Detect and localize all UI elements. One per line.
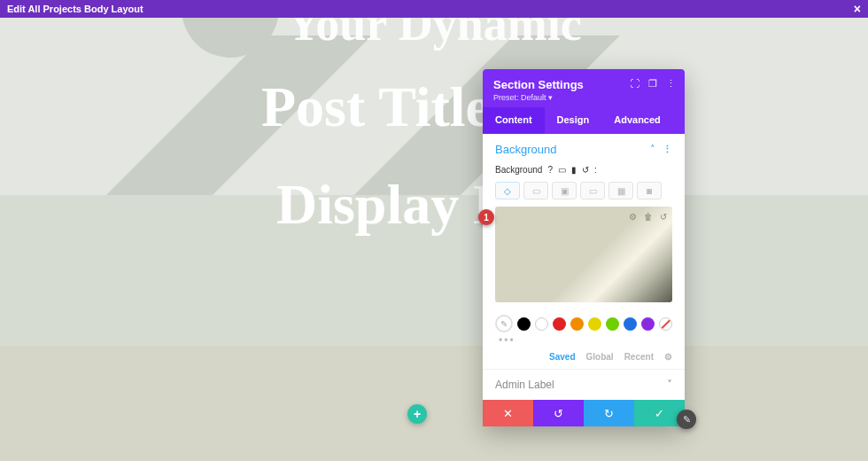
background-preview[interactable]: ⚙ 🗑 ↺ — [495, 207, 672, 302]
redo-button[interactable]: ↻ — [584, 400, 634, 426]
admin-label-row[interactable]: Admin Label ˅ — [483, 369, 685, 400]
background-option-label: Background — [495, 165, 542, 175]
preset-dropdown[interactable]: Preset: Default ▾ — [493, 93, 674, 102]
bg-type-video[interactable]: ▭ — [580, 182, 605, 199]
editor-title: Edit All Projects Body Layout — [7, 4, 143, 14]
help-icon[interactable]: ? — [547, 165, 553, 175]
add-module-button[interactable]: + — [407, 404, 427, 424]
preview-delete-icon[interactable]: 🗑 — [644, 212, 653, 222]
preview-settings-icon[interactable]: ⚙ — [629, 212, 637, 222]
background-type-row: ◇ ▭ ▣ ▭ ▦ ◙ — [483, 180, 685, 207]
section-settings-panel: Section Settings Preset: Default ▾ ⛶ ❐ ⋮… — [483, 69, 685, 426]
swatch-white[interactable] — [535, 317, 548, 331]
reset-icon[interactable]: ↺ — [582, 165, 589, 175]
tab-design[interactable]: Design — [545, 107, 602, 134]
bg-type-color[interactable]: ◇ — [495, 182, 520, 199]
swatch-green[interactable] — [606, 317, 619, 331]
swatch-yellow[interactable] — [588, 317, 601, 331]
undo-button[interactable]: ↺ — [533, 400, 584, 426]
background-option-row: Background ? ▭ ▮ ↺ : — [483, 161, 685, 180]
admin-label-text: Admin Label — [495, 379, 554, 391]
opt-more-icon[interactable]: : — [594, 165, 597, 175]
bg-type-pattern[interactable]: ▦ — [608, 182, 633, 199]
bg-type-image[interactable]: ▣ — [552, 182, 577, 199]
hero-title-line-2: Post Title Will — [0, 74, 868, 140]
more-icon[interactable]: ⋮ — [666, 78, 676, 90]
chevron-down-icon[interactable]: ˅ — [667, 379, 672, 391]
eyedropper-button[interactable]: ✎ — [495, 315, 513, 332]
section-more-icon[interactable]: ⋮ — [663, 144, 672, 155]
hero-title-line-1: Your Dynamic — [0, 18, 868, 51]
duplicate-icon[interactable]: ❐ — [648, 78, 657, 90]
palette-settings-icon[interactable]: ⚙ — [664, 352, 672, 362]
swatch-none[interactable] — [659, 317, 672, 331]
section-background-label: Background — [495, 143, 556, 156]
swatch-red[interactable] — [553, 317, 566, 331]
desktop-icon[interactable]: ▭ — [558, 165, 566, 175]
editor-top-bar: Edit All Projects Body Layout × — [0, 0, 868, 18]
color-swatch-row: ✎ — [483, 309, 685, 334]
close-editor-button[interactable]: × — [854, 3, 861, 15]
page-hero: Your Dynamic Post Title Will Display Her… — [0, 18, 868, 346]
floating-edit-button[interactable]: ✎ — [677, 410, 696, 429]
annotation-badge-1: 1 — [478, 209, 494, 225]
panel-tabs: Content Design Advanced — [483, 107, 685, 134]
bg-type-mask[interactable]: ◙ — [637, 182, 662, 199]
section-background-header[interactable]: Background ˄ ⋮ — [483, 134, 685, 161]
swatch-blue[interactable] — [624, 317, 637, 331]
palette-tabs: Saved Global Recent ⚙ — [483, 350, 685, 369]
palette-tab-recent[interactable]: Recent — [624, 352, 654, 362]
palette-tab-global[interactable]: Global — [586, 352, 614, 362]
page-lower-region — [0, 346, 868, 461]
tab-advanced[interactable]: Advanced — [601, 107, 673, 134]
hover-icon[interactable]: ▮ — [571, 165, 577, 175]
palette-tab-saved[interactable]: Saved — [549, 352, 575, 362]
bg-type-gradient[interactable]: ▭ — [523, 182, 548, 199]
cancel-button[interactable]: ✕ — [483, 400, 533, 426]
panel-footer: ✕ ↺ ↻ ✓ — [483, 400, 685, 426]
expand-icon[interactable]: ⛶ — [630, 78, 639, 90]
collapse-icon[interactable]: ˄ — [650, 144, 655, 155]
preview-reset-icon[interactable]: ↺ — [660, 212, 667, 222]
swatch-orange[interactable] — [570, 317, 584, 331]
swatch-purple[interactable] — [641, 317, 655, 331]
more-swatches-icon[interactable]: ••• — [483, 334, 685, 350]
background-preview-container: ⚙ 🗑 ↺ — [483, 207, 685, 309]
hero-title-line-3: Display Here — [0, 172, 868, 238]
panel-header: Section Settings Preset: Default ▾ ⛶ ❐ ⋮ — [483, 69, 685, 107]
swatch-black[interactable] — [517, 317, 531, 331]
tab-content[interactable]: Content — [483, 107, 545, 134]
